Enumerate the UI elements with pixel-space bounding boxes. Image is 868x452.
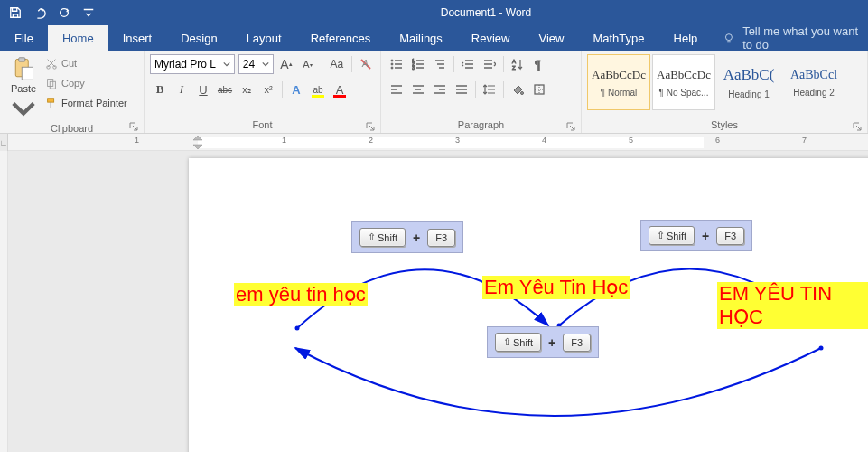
- tab-design[interactable]: Design: [166, 25, 231, 51]
- style-heading-1[interactable]: AaBbC( Heading 1: [717, 54, 780, 110]
- tab-mailings[interactable]: Mailings: [385, 25, 457, 51]
- shift-key-icon: ⇧ Shift: [495, 333, 541, 352]
- indent-marker-icon[interactable]: [193, 134, 211, 151]
- font-group: Myriad Pro L 24 A▴ A▾ Aa A B I U abc x₂ …: [145, 51, 381, 133]
- line-spacing-button[interactable]: [480, 80, 499, 99]
- styles-group-label: Styles: [587, 118, 862, 133]
- underline-button[interactable]: U: [193, 80, 213, 99]
- tab-references[interactable]: References: [296, 25, 385, 51]
- subscript-button[interactable]: x₂: [237, 80, 257, 99]
- f3-key-icon: F3: [427, 229, 455, 247]
- demo-text-uppercase: EM YÊU TIN HỌC: [717, 282, 868, 329]
- tell-me-search[interactable]: Tell me what you want to do: [712, 25, 868, 51]
- ribbon: Paste Cut Copy Format Painter Clipboard …: [0, 51, 868, 134]
- quick-access-toolbar: [0, 2, 104, 24]
- bullets-button[interactable]: [387, 54, 406, 74]
- svg-point-12: [391, 63, 393, 65]
- keyboard-shortcut-3: ⇧ Shift + F3: [487, 326, 599, 358]
- tab-home[interactable]: Home: [48, 25, 108, 51]
- svg-point-13: [391, 67, 393, 69]
- demo-text-titlecase: Em Yêu Tin Học: [482, 276, 630, 299]
- font-group-label: Font: [150, 118, 375, 133]
- decrease-indent-button[interactable]: [458, 54, 478, 74]
- svg-rect-4: [22, 67, 33, 80]
- lightbulb-icon: [723, 31, 735, 45]
- paste-button[interactable]: Paste: [5, 54, 42, 121]
- svg-point-22: [295, 326, 300, 331]
- paragraph-launcher[interactable]: [566, 118, 579, 131]
- save-button[interactable]: [4, 2, 27, 24]
- svg-text:Z: Z: [512, 65, 516, 71]
- shrink-font-button[interactable]: A▾: [299, 55, 317, 73]
- tell-me-placeholder: Tell me what you want to do: [742, 24, 868, 52]
- svg-point-20: [521, 92, 524, 95]
- grow-font-button[interactable]: A▴: [277, 55, 295, 73]
- horizontal-ruler[interactable]: ∟ 1 1 2 3 4 5 6 7: [0, 134, 868, 151]
- paragraph-group: 123 AZ ¶ Paragraph: [381, 51, 582, 133]
- tab-view[interactable]: View: [524, 25, 578, 51]
- svg-text:A: A: [361, 59, 369, 69]
- borders-button[interactable]: [529, 80, 549, 99]
- document-workspace: em yêu tin học Em Yêu Tin Học EM YÊU TIN…: [8, 151, 868, 452]
- style-heading-2[interactable]: AaBbCcl Heading 2: [782, 54, 845, 110]
- format-painter-button[interactable]: Format Painter: [45, 94, 127, 112]
- vertical-ruler[interactable]: [0, 151, 8, 452]
- increase-indent-button[interactable]: [480, 54, 499, 74]
- font-family-select[interactable]: Myriad Pro L: [150, 54, 235, 74]
- align-left-button[interactable]: [387, 80, 406, 99]
- undo-button[interactable]: [28, 2, 51, 24]
- clipboard-group: Paste Cut Copy Format Painter Clipboard: [0, 51, 145, 133]
- show-marks-button[interactable]: ¶: [529, 54, 549, 74]
- copy-button[interactable]: Copy: [45, 74, 127, 92]
- multilevel-list-button[interactable]: [430, 54, 450, 74]
- tab-insert[interactable]: Insert: [108, 25, 167, 51]
- svg-rect-9: [48, 99, 54, 102]
- clear-formatting-button[interactable]: A: [358, 55, 376, 73]
- tab-mathtype[interactable]: MathType: [578, 25, 658, 51]
- chevron-down-icon: [11, 96, 36, 121]
- style-normal[interactable]: AaBbCcDc ¶ Normal: [587, 54, 650, 110]
- app-name: Word: [506, 6, 531, 19]
- tab-help[interactable]: Help: [659, 25, 713, 51]
- ribbon-tabs: File Home Insert Design Layout Reference…: [0, 25, 868, 51]
- align-right-button[interactable]: [430, 80, 450, 99]
- font-launcher[interactable]: [366, 118, 378, 131]
- redo-button[interactable]: [52, 2, 76, 24]
- keyboard-shortcut-2: ⇧ Shift + F3: [640, 220, 752, 251]
- svg-text:¶: ¶: [535, 59, 540, 71]
- cut-button[interactable]: Cut: [45, 54, 127, 72]
- highlight-color-button[interactable]: ab: [308, 80, 328, 99]
- tab-layout[interactable]: Layout: [232, 25, 296, 51]
- strikethrough-button[interactable]: abc: [215, 80, 235, 99]
- tab-review[interactable]: Review: [457, 25, 525, 51]
- superscript-button[interactable]: x²: [258, 80, 278, 99]
- document-page[interactable]: em yêu tin học Em Yêu Tin Học EM YÊU TIN…: [189, 158, 868, 452]
- styles-launcher[interactable]: [853, 118, 865, 131]
- sort-button[interactable]: AZ: [508, 54, 527, 74]
- justify-button[interactable]: [452, 80, 471, 99]
- font-size-select[interactable]: 24: [238, 54, 274, 74]
- tab-file[interactable]: File: [0, 25, 48, 51]
- svg-rect-3: [19, 58, 25, 61]
- chevron-down-icon: [223, 61, 230, 68]
- numbering-button[interactable]: 123: [408, 54, 428, 74]
- change-case-button[interactable]: Aa: [328, 55, 346, 73]
- svg-point-24: [819, 346, 824, 351]
- align-center-button[interactable]: [408, 80, 428, 99]
- style-no-spacing[interactable]: AaBbCcDc ¶ No Spac...: [652, 54, 715, 110]
- clipboard-launcher[interactable]: [129, 118, 142, 131]
- styles-group: AaBbCcDc ¶ Normal AaBbCcDc ¶ No Spac... …: [582, 51, 868, 133]
- keyboard-shortcut-1: ⇧ Shift + F3: [351, 221, 463, 253]
- text-effects-button[interactable]: A: [286, 80, 306, 99]
- bold-button[interactable]: B: [150, 80, 170, 99]
- shading-button[interactable]: [508, 80, 527, 99]
- demo-text-lowercase: em yêu tin học: [234, 283, 368, 306]
- italic-button[interactable]: I: [172, 80, 191, 99]
- f3-key-icon: F3: [716, 227, 744, 245]
- shift-key-icon: ⇧ Shift: [359, 228, 406, 247]
- paragraph-group-label: Paragraph: [387, 118, 575, 133]
- svg-text:3: 3: [412, 65, 415, 71]
- font-color-button[interactable]: A: [330, 80, 350, 99]
- shift-key-icon: ⇧ Shift: [649, 226, 695, 245]
- qat-customize[interactable]: [77, 2, 100, 24]
